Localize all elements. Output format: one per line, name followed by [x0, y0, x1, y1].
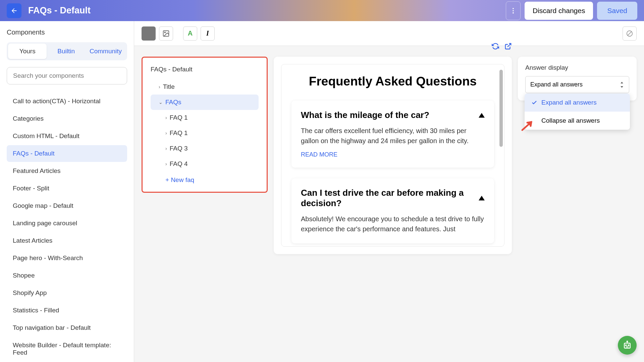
dots-vertical-icon [509, 7, 517, 14]
tree-item-label: FAQ 3 [170, 145, 188, 152]
tree-item-label: FAQ 1 [170, 129, 188, 137]
italic-icon: I [206, 29, 209, 37]
svg-point-12 [628, 345, 629, 346]
faq-card: What is the mileage of the car?The car o… [291, 101, 494, 168]
check-icon [531, 100, 537, 106]
chevron-down-icon: ⌄ [159, 100, 163, 105]
component-item[interactable]: Categories [7, 110, 127, 127]
svg-point-0 [513, 8, 514, 9]
italic-tool[interactable]: I [201, 26, 215, 41]
component-item[interactable]: Latest Articles [7, 232, 127, 249]
triangle-up-icon [479, 196, 485, 200]
component-item[interactable]: Google map - Default [7, 197, 127, 214]
menu-button[interactable] [506, 1, 521, 20]
components-sidebar: Components Yours Builtin Community Call … [0, 21, 134, 362]
component-item[interactable]: Landing page carousel [7, 215, 127, 232]
tree-item-label: FAQ 4 [170, 160, 188, 168]
faq-card: Can I test drive the car before making a… [291, 178, 494, 243]
add-new-faq-button[interactable]: + New faq [151, 172, 259, 184]
text-color-tool[interactable]: A [183, 26, 197, 41]
sidebar-tabs: Yours Builtin Community [7, 42, 127, 60]
svg-point-1 [513, 10, 514, 11]
plus-icon: + [165, 176, 169, 183]
saved-button[interactable]: Saved [597, 2, 637, 20]
tree-item-label: FAQs [165, 99, 181, 106]
bot-icon [622, 340, 632, 350]
tree-item[interactable]: ⌄FAQs [151, 95, 259, 110]
dropdown-option-collapse[interactable]: Collapse all answers [525, 112, 630, 130]
tree-item[interactable]: ›FAQ 1 [151, 125, 259, 141]
structure-tree-panel: FAQs - Default ›Title⌄FAQs›FAQ 1›FAQ 1›F… [142, 57, 268, 193]
fill-color-tool[interactable] [142, 26, 156, 41]
tree-item[interactable]: ›FAQ 4 [151, 156, 259, 172]
search-input[interactable] [7, 67, 127, 84]
chevron-right-icon: › [165, 146, 167, 151]
sidebar-heading: Components [7, 28, 127, 36]
tree-item[interactable]: ›FAQ 3 [151, 141, 259, 156]
component-item[interactable]: Shopify App [7, 285, 127, 301]
chevron-right-icon: › [165, 130, 167, 136]
answer-display-label: Answer display [525, 64, 629, 71]
preview-scrollbar[interactable] [499, 70, 503, 147]
component-item[interactable]: Statistics - Filled [7, 302, 127, 319]
discard-button[interactable]: Discard changes [525, 2, 593, 20]
letter-a-icon: A [188, 29, 193, 37]
image-tool[interactable] [159, 26, 173, 41]
component-list: Call to action(CTA) - HorizontalCategori… [7, 93, 127, 361]
tree-root-label[interactable]: FAQs - Default [151, 66, 259, 73]
triangle-up-icon [479, 113, 485, 118]
chevron-updown-icon [620, 82, 624, 88]
back-button[interactable] [7, 3, 21, 18]
faq-answer: Absolutely! We encourage you to schedule… [301, 214, 485, 234]
preview-panel: Frequently Asked Questions What is the m… [274, 57, 512, 254]
component-item[interactable]: Page hero - With-Search [7, 250, 127, 266]
component-item[interactable]: Website Builder - Default template: Feed [7, 337, 127, 361]
component-item[interactable]: Footer - Split [7, 180, 127, 197]
tab-yours[interactable]: Yours [8, 44, 47, 59]
chevron-right-icon: › [165, 161, 167, 167]
svg-point-10 [627, 341, 628, 342]
external-link-icon[interactable] [504, 43, 512, 50]
settings-panel: Answer display Expand all answers Expand… [518, 57, 637, 101]
component-item[interactable]: Top navigation bar - Default [7, 319, 127, 336]
help-fab[interactable] [618, 336, 637, 355]
tree-item-label: FAQ 1 [170, 114, 188, 121]
app-header: FAQs - Default Discard changes Saved [0, 0, 644, 21]
component-item[interactable]: Featured Articles [7, 163, 127, 179]
disabled-tool[interactable] [623, 26, 637, 41]
svg-rect-8 [624, 343, 630, 348]
svg-point-2 [513, 12, 514, 13]
tree-item-label: Title [163, 83, 175, 90]
svg-point-4 [164, 32, 165, 33]
svg-line-6 [628, 31, 632, 36]
answer-display-select[interactable]: Expand all answers [525, 76, 629, 93]
dropdown-option-expand[interactable]: Expand all answers [525, 94, 630, 112]
editor-toolbar: A I [134, 21, 644, 46]
component-item[interactable]: FAQs - Default [7, 145, 127, 162]
answer-display-dropdown: Expand all answers Collapse all answers [525, 94, 630, 130]
tree-item[interactable]: ›Title [151, 79, 259, 95]
faq-answer: The car offers excellent fuel efficiency… [301, 126, 485, 146]
component-item[interactable]: Call to action(CTA) - Horizontal [7, 93, 127, 110]
faq-question[interactable]: Can I test drive the car before making a… [301, 188, 485, 208]
arrow-left-icon [10, 7, 18, 14]
page-title: FAQs - Default [28, 5, 91, 16]
component-item[interactable]: Shopee [7, 267, 127, 284]
chevron-right-icon: › [159, 84, 160, 89]
faq-heading: Frequently Asked Questions [291, 74, 494, 88]
image-icon [162, 30, 170, 37]
svg-point-11 [626, 345, 627, 346]
read-more-link[interactable]: READ MORE [301, 151, 485, 158]
tab-community[interactable]: Community [86, 44, 126, 59]
tab-builtin[interactable]: Builtin [47, 44, 85, 59]
tree-item[interactable]: ›FAQ 1 [151, 110, 259, 125]
refresh-icon[interactable] [492, 43, 499, 50]
faq-question[interactable]: What is the mileage of the car? [301, 110, 485, 120]
component-item[interactable]: Custom HTML - Default [7, 128, 127, 144]
cancel-icon [626, 30, 633, 37]
chevron-right-icon: › [165, 115, 167, 120]
